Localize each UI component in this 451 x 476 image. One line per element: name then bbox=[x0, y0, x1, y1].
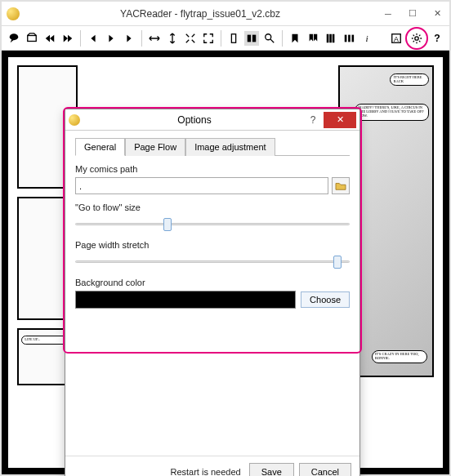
background-color-label: Background color bbox=[75, 278, 350, 287]
svg-rect-10 bbox=[348, 34, 351, 42]
close-button[interactable]: ✕ bbox=[425, 5, 449, 23]
dialog-title: Options bbox=[85, 114, 304, 126]
dialog-titlebar[interactable]: Options ? ✕ bbox=[65, 109, 359, 131]
svg-point-0 bbox=[10, 33, 19, 40]
dialog-help-button[interactable]: ? bbox=[304, 114, 322, 126]
svg-rect-2 bbox=[231, 33, 235, 42]
prev-icon[interactable] bbox=[86, 31, 100, 46]
info-icon[interactable]: i bbox=[359, 31, 374, 46]
main-toolbar: i A ? bbox=[2, 26, 449, 51]
restart-needed-text: Restart is needed bbox=[170, 467, 240, 476]
browse-folder-button[interactable] bbox=[332, 177, 350, 194]
svg-rect-9 bbox=[345, 34, 347, 42]
svg-text:A: A bbox=[394, 34, 399, 42]
dialog-close-button[interactable]: ✕ bbox=[324, 112, 356, 128]
speech-bubble: IT'S RIGHT HERE BACK bbox=[390, 73, 428, 87]
svg-rect-1 bbox=[28, 35, 37, 41]
svg-point-15 bbox=[415, 36, 418, 39]
speech-icon[interactable] bbox=[7, 31, 21, 46]
search-icon[interactable] bbox=[262, 31, 277, 46]
svg-rect-6 bbox=[327, 33, 329, 42]
speech-bubble: MADDY? THERE'S, LIKE, A CIRCUS IN THE LO… bbox=[355, 104, 428, 121]
single-page-icon[interactable] bbox=[226, 31, 241, 46]
dialog-app-icon bbox=[69, 114, 80, 126]
app-icon bbox=[7, 7, 20, 20]
minimize-button[interactable]: ─ bbox=[376, 5, 400, 23]
settings-icon[interactable] bbox=[409, 31, 424, 46]
svg-rect-3 bbox=[248, 34, 251, 42]
speech-bubble: IT'S CRAZY IN HERE TOO, BONNIE. bbox=[372, 350, 427, 363]
fast-forward-icon[interactable] bbox=[60, 31, 75, 46]
double-page-icon[interactable] bbox=[244, 31, 259, 46]
choose-color-button[interactable]: Choose bbox=[301, 291, 350, 308]
svg-rect-7 bbox=[329, 33, 332, 42]
svg-point-5 bbox=[266, 33, 271, 39]
tab-general[interactable]: General bbox=[75, 138, 125, 156]
fullscreen-icon[interactable] bbox=[201, 31, 216, 46]
page-width-stretch-slider[interactable] bbox=[75, 253, 350, 269]
save-button[interactable]: Save bbox=[249, 463, 294, 476]
tab-page-flow[interactable]: Page Flow bbox=[125, 138, 185, 156]
svg-rect-11 bbox=[352, 34, 355, 42]
bookmark-icon[interactable] bbox=[288, 31, 302, 46]
text-mode-icon[interactable]: A bbox=[389, 31, 404, 46]
page-width-stretch-label: Page width stretch bbox=[75, 240, 350, 250]
next-icon[interactable] bbox=[122, 31, 136, 46]
rotate-icon[interactable] bbox=[342, 31, 356, 46]
fit-height-icon[interactable] bbox=[165, 31, 180, 46]
open-icon[interactable] bbox=[25, 31, 39, 46]
speech-bubble: LIFE UP... bbox=[21, 336, 67, 345]
dialog-footer: Restart is needed Save Cancel bbox=[65, 456, 359, 476]
reader-viewport[interactable]: LIFE UP... IT'S RIGHT HERE BACK MADDY? T… bbox=[2, 51, 449, 474]
svg-text:?: ? bbox=[434, 33, 440, 44]
play-icon[interactable] bbox=[104, 31, 118, 46]
settings-highlight bbox=[405, 27, 428, 50]
goto-flow-size-slider[interactable] bbox=[75, 216, 350, 232]
background-color-swatch bbox=[75, 291, 296, 309]
goto-flow-size-label: "Go to flow" size bbox=[75, 202, 350, 212]
dialog-tabs: General Page Flow Image adjustment bbox=[75, 137, 350, 156]
tab-image-adjustment[interactable]: Image adjustment bbox=[185, 138, 275, 156]
svg-text:i: i bbox=[365, 33, 368, 43]
cancel-button[interactable]: Cancel bbox=[299, 463, 351, 476]
options-dialog: Options ? ✕ General Page Flow Image adju… bbox=[65, 109, 360, 476]
folder-icon bbox=[335, 181, 346, 191]
fit-width-icon[interactable] bbox=[147, 31, 162, 46]
library-icon[interactable] bbox=[324, 31, 338, 46]
svg-rect-4 bbox=[252, 34, 256, 42]
rewind-icon[interactable] bbox=[42, 31, 57, 46]
help-icon[interactable]: ? bbox=[430, 31, 444, 46]
svg-rect-8 bbox=[333, 33, 335, 42]
maximize-button[interactable]: ☐ bbox=[400, 5, 425, 23]
comics-path-input[interactable] bbox=[75, 177, 328, 194]
window-titlebar: YACReader - flytrap_issue01_v2.cbz ─ ☐ ✕ bbox=[2, 2, 449, 26]
bookmarks-list-icon[interactable] bbox=[306, 31, 320, 46]
comics-path-label: My comics path bbox=[75, 164, 350, 174]
fit-page-icon[interactable] bbox=[183, 31, 198, 46]
window-title: YACReader - flytrap_issue01_v2.cbz bbox=[25, 8, 376, 20]
